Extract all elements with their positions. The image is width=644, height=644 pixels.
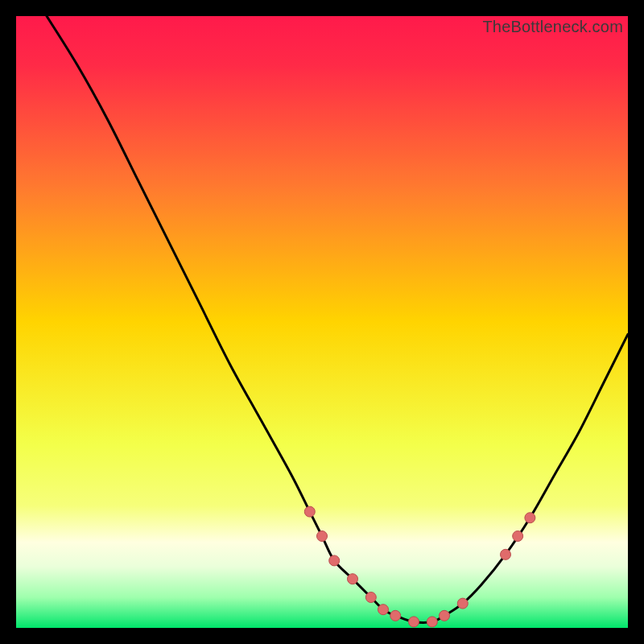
chart-frame: TheBottleneck.com <box>16 16 628 628</box>
highlight-dot <box>525 513 535 523</box>
highlight-dot <box>513 531 523 542</box>
highlight-dot <box>390 610 401 621</box>
highlight-dot <box>317 531 328 542</box>
highlight-dot <box>501 549 511 559</box>
highlight-dot <box>304 506 315 517</box>
highlight-dot <box>409 617 419 627</box>
bottleneck-chart <box>16 16 628 628</box>
highlight-dot <box>378 605 389 615</box>
highlight-dot <box>329 555 340 566</box>
highlight-dot <box>440 610 450 621</box>
highlight-dot <box>457 598 468 609</box>
highlight-dot <box>365 592 376 603</box>
highlight-dot <box>348 574 358 584</box>
highlight-dot <box>427 617 437 627</box>
watermark-text: TheBottleneck.com <box>482 18 623 36</box>
